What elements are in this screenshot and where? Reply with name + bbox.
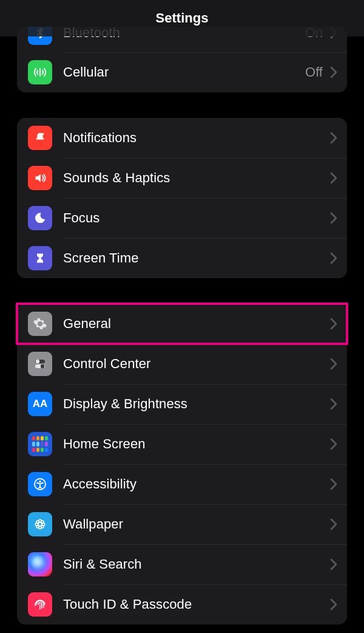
general-label: General [52, 316, 326, 332]
accessibility-label: Accessibility [52, 476, 326, 492]
notifications-icon [28, 126, 52, 150]
row-touchid[interactable]: Touch ID & Passcode [17, 584, 347, 624]
chevron-icon [326, 212, 347, 224]
siri-label: Siri & Search [52, 556, 326, 572]
chevron-icon [326, 358, 347, 370]
control-center-icon [28, 352, 52, 376]
svg-point-0 [42, 133, 44, 135]
row-focus[interactable]: Focus [17, 198, 347, 238]
wallpaper-label: Wallpaper [52, 516, 326, 532]
sounds-icon [28, 166, 52, 190]
svg-point-2 [36, 360, 39, 363]
chevron-icon [326, 598, 347, 611]
chevron-icon [326, 438, 347, 450]
notifications-label: Notifications [52, 130, 326, 146]
svg-point-12 [36, 521, 39, 523]
row-cellular[interactable]: Cellular Off [17, 52, 347, 92]
nav-bar: Settings [0, 0, 364, 36]
focus-icon [28, 206, 52, 230]
wallpaper-icon [28, 512, 52, 536]
row-control-center[interactable]: Control Center [17, 344, 347, 384]
cellular-icon [28, 60, 52, 84]
row-wallpaper[interactable]: Wallpaper [17, 504, 347, 544]
display-label: Display & Brightness [52, 396, 326, 412]
row-siri[interactable]: Siri & Search [17, 544, 347, 584]
row-home-screen[interactable]: Home Screen [17, 424, 347, 464]
home-screen-label: Home Screen [52, 436, 326, 452]
siri-icon [28, 552, 52, 577]
cellular-label: Cellular [52, 64, 305, 80]
svg-point-14 [36, 525, 39, 528]
group-general: General Control Center AA Display & Brig… [17, 304, 347, 624]
touchid-label: Touch ID & Passcode [52, 597, 326, 612]
display-icon-text: AA [33, 398, 48, 410]
group-notifications: Notifications Sounds & Haptics Focus Scr… [17, 118, 347, 278]
row-screentime[interactable]: Screen Time [17, 238, 347, 278]
chevron-icon [326, 132, 347, 144]
screentime-label: Screen Time [52, 250, 326, 266]
row-sounds[interactable]: Sounds & Haptics [17, 158, 347, 198]
focus-label: Focus [52, 210, 326, 226]
svg-point-6 [39, 481, 41, 482]
accessibility-icon [28, 472, 52, 496]
chevron-icon [326, 478, 347, 490]
svg-point-4 [41, 364, 44, 368]
touchid-icon [28, 592, 52, 617]
row-notifications[interactable]: Notifications [17, 118, 347, 158]
home-screen-icon [28, 432, 52, 456]
chevron-icon [326, 558, 347, 570]
row-general[interactable]: General [17, 304, 347, 344]
general-icon [28, 312, 52, 336]
svg-point-15 [41, 525, 44, 528]
display-icon: AA [28, 392, 52, 416]
control-center-label: Control Center [52, 356, 326, 372]
cellular-value: Off [305, 64, 326, 80]
screentime-icon [28, 246, 52, 270]
chevron-icon [326, 66, 347, 78]
row-display[interactable]: AA Display & Brightness [17, 384, 347, 424]
group-connectivity: Bluetooth On Cellular Off [17, 27, 347, 92]
row-accessibility[interactable]: Accessibility [17, 464, 347, 504]
sounds-label: Sounds & Haptics [52, 170, 326, 186]
chevron-icon [326, 252, 347, 264]
settings-scroll[interactable]: Bluetooth On Cellular Off Notifications [0, 36, 364, 633]
svg-point-13 [41, 521, 44, 523]
chevron-icon [326, 172, 347, 184]
chevron-icon [326, 398, 347, 410]
page-title: Settings [156, 10, 209, 26]
chevron-icon [326, 518, 347, 530]
chevron-icon [326, 318, 347, 330]
